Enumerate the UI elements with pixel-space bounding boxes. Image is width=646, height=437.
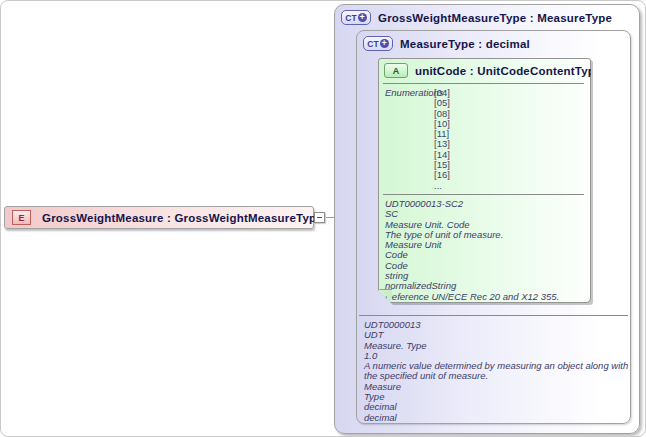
inner-type-title: MeasureType : decimal xyxy=(400,38,530,50)
annotation-line: A numeric value determined by measuring … xyxy=(364,361,630,382)
annotation-line: UDT0000013-SC2 xyxy=(385,199,582,209)
inner-type-annotation: UDT0000013 UDT Measure. Type 1.0 A numer… xyxy=(364,320,630,423)
attribute-icon: A xyxy=(384,63,408,78)
schema-diagram: E GrossWeightMeasure : GrossWeightMeasur… xyxy=(0,0,646,437)
collapse-handle-icon[interactable] xyxy=(314,212,325,223)
connector-line xyxy=(326,217,334,218)
plus-icon: + xyxy=(358,13,367,22)
annotation-line: Measure. Type xyxy=(364,341,630,351)
annotation-line: Type xyxy=(364,392,630,402)
complextype-icon-label: CT xyxy=(345,13,356,23)
annotation-line: UDT0000013 xyxy=(364,320,630,330)
annotation-line: Code xyxy=(385,261,582,271)
annotation-line: Reference UN/ECE Rec 20 and X12 355. xyxy=(385,292,582,302)
complextype-icon: CT + xyxy=(341,10,371,25)
divider xyxy=(359,315,628,316)
divider xyxy=(383,83,584,84)
element-icon: E xyxy=(12,210,31,225)
attribute-annotation: UDT0000013-SC2 SC Measure Unit. Code The… xyxy=(385,199,582,302)
enumerations-values: [04] [05] [08] [10] [11] [13] [14] [15] … xyxy=(434,88,450,191)
attribute-box-unitcode[interactable]: A unitCode : UnitCodeContentType Enumera… xyxy=(378,58,591,303)
complextype-icon: CT + xyxy=(363,36,393,51)
plus-icon: + xyxy=(380,39,389,48)
attribute-title: unitCode : UnitCodeContentType xyxy=(415,65,602,77)
annotation-line: decimal xyxy=(364,402,630,412)
annotation-line: decimal xyxy=(364,413,630,423)
divider xyxy=(383,194,584,195)
outer-type-title: GrossWeightMeasureType : MeasureType xyxy=(378,12,612,24)
element-label: GrossWeightMeasure : GrossWeightMeasureT… xyxy=(42,212,323,224)
complextype-icon-label: CT xyxy=(367,39,378,49)
enumerations-section: Enumerations [04] [05] [08] [10] [11] [1… xyxy=(385,88,450,191)
element-box-grossweightmeasure[interactable]: E GrossWeightMeasure : GrossWeightMeasur… xyxy=(4,206,314,229)
annotation-line: Measure xyxy=(364,382,630,392)
enumerations-label: Enumerations xyxy=(385,88,434,98)
enumeration-value: ... xyxy=(434,181,450,191)
annotation-line: Measure Unit xyxy=(385,240,582,250)
annotation-line: Code xyxy=(385,250,582,260)
